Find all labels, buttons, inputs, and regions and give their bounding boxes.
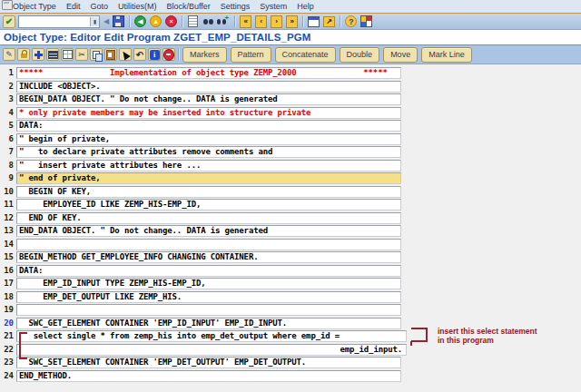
cut-icon[interactable]: ✂ bbox=[75, 48, 88, 61]
editor-button-pattern[interactable]: Pattern bbox=[231, 47, 271, 63]
menu-item[interactable]: Settings bbox=[221, 2, 251, 11]
editor-button-double[interactable]: Double bbox=[340, 47, 380, 63]
code-text[interactable]: END_METHOD. bbox=[16, 370, 401, 382]
code-text[interactable]: " insert private attributes here ... bbox=[16, 160, 401, 172]
layout-icon[interactable] bbox=[359, 15, 373, 28]
exit-icon[interactable]: ▲ bbox=[149, 15, 162, 28]
menu-item[interactable]: Utilities(M) bbox=[118, 2, 157, 11]
code-text[interactable]: ***** Implementation of object type ZEMP… bbox=[16, 67, 401, 79]
code-line: 5DATA: bbox=[0, 120, 581, 133]
info-icon[interactable]: i bbox=[148, 48, 161, 61]
code-text[interactable] bbox=[16, 304, 401, 316]
code-line: 19 bbox=[0, 304, 581, 318]
line-number: 18 bbox=[0, 291, 16, 303]
lock-icon[interactable] bbox=[17, 48, 30, 61]
toolbar-separator bbox=[340, 15, 340, 27]
editor-buttons: MarkersPatternConcatenateDoubleMoveMark … bbox=[181, 47, 474, 63]
menu-bar: Object TypeEditGotoUtilities(M)Block/Buf… bbox=[0, 0, 581, 14]
code-text[interactable]: BEGIN_DATA OBJECT. " Do not change.. DAT… bbox=[16, 93, 401, 105]
first-page-icon[interactable]: « bbox=[239, 15, 252, 28]
line-number: 17 bbox=[0, 278, 16, 289]
toolbar-separator bbox=[129, 15, 130, 27]
code-line: 23 SWC_SET_ELEMENT CONTAINER 'EMP_DET_OU… bbox=[0, 357, 581, 370]
code-text[interactable]: select single * from zemp_his into emp_d… bbox=[16, 330, 407, 342]
enter-icon[interactable]: ✔ bbox=[3, 15, 15, 28]
code-text[interactable]: END OF KEY. bbox=[16, 212, 401, 224]
code-text[interactable]: END_DATA OBJECT. " Do not change.. DATA … bbox=[16, 225, 401, 237]
code-line: 9" end of private, bbox=[0, 172, 581, 186]
code-text[interactable]: SWC_GET_ELEMENT CONTAINER 'EMP_ID_INPUT'… bbox=[16, 318, 401, 329]
paste-icon[interactable] bbox=[104, 48, 117, 61]
line-number: 16 bbox=[0, 265, 16, 277]
new-session-icon[interactable] bbox=[307, 15, 320, 28]
code-line: 13END_DATA OBJECT. " Do not change.. DAT… bbox=[0, 225, 581, 239]
code-text[interactable]: * only private members may be inserted i… bbox=[16, 107, 401, 119]
toolbar-separator bbox=[234, 15, 235, 27]
menu-item[interactable]: Edit bbox=[66, 2, 81, 11]
menu-item[interactable]: Object Type bbox=[13, 2, 56, 11]
code-text[interactable] bbox=[16, 239, 401, 250]
menu-item[interactable]: Goto bbox=[90, 2, 108, 11]
copy-icon[interactable] bbox=[90, 48, 103, 61]
menu-item[interactable]: Help bbox=[297, 2, 314, 11]
line-number: 6 bbox=[0, 133, 16, 145]
line-number: 9 bbox=[0, 172, 16, 184]
command-input[interactable] bbox=[19, 17, 90, 26]
annotation-bracket-icon bbox=[411, 328, 428, 342]
code-text[interactable]: emp_id_input. bbox=[16, 344, 407, 356]
code-text[interactable]: EMPLOYEE_ID LIKE ZEMP_HIS-EMP_ID, bbox=[16, 199, 401, 211]
undo-icon[interactable]: ↶ bbox=[133, 48, 146, 61]
line-number: 20 bbox=[0, 318, 16, 329]
command-field[interactable]: ▮ bbox=[18, 15, 100, 28]
menu-item[interactable]: System bbox=[260, 2, 287, 11]
editor-button-mark-line[interactable]: Mark Line bbox=[421, 47, 472, 63]
previous-page-icon[interactable]: ‹ bbox=[254, 15, 268, 28]
find-icon[interactable] bbox=[202, 15, 215, 28]
next-page-icon[interactable]: › bbox=[270, 15, 283, 28]
standard-toolbar: ✔ ▮ ◀ ◀▲×+«‹›»↗? bbox=[0, 14, 581, 30]
code-line: 12 END OF KEY. bbox=[0, 212, 581, 226]
line-number: 11 bbox=[0, 199, 16, 211]
find-next-icon[interactable]: + bbox=[217, 15, 231, 28]
editor-button-concatenate[interactable]: Concatenate bbox=[275, 47, 336, 63]
title-bar: Object Type: Editor Edit Program ZGET_EM… bbox=[0, 30, 581, 45]
save-icon[interactable] bbox=[112, 15, 125, 28]
cancel-icon[interactable]: × bbox=[164, 15, 178, 28]
print-icon[interactable] bbox=[186, 15, 200, 28]
line-number: 4 bbox=[0, 107, 16, 119]
shortcut-icon[interactable]: ↗ bbox=[322, 15, 336, 28]
menu-bar-items: Object TypeEditGotoUtilities(M)Block/Buf… bbox=[13, 2, 324, 11]
code-text[interactable]: " end of private, bbox=[16, 172, 401, 184]
code-line: 6" begin of private, bbox=[0, 133, 581, 147]
code-text[interactable]: INCLUDE <OBJECT>. bbox=[16, 81, 401, 93]
code-line: 2INCLUDE <OBJECT>. bbox=[0, 81, 581, 94]
code-text[interactable]: " to declare private attributes remove c… bbox=[16, 146, 401, 158]
menu-item[interactable]: Block/Buffer bbox=[166, 2, 210, 11]
code-text[interactable]: BEGIN OF KEY, bbox=[16, 186, 401, 198]
download-icon[interactable] bbox=[61, 48, 74, 61]
line-number: 22 bbox=[0, 344, 16, 356]
code-line: 1***** Implementation of object type ZEM… bbox=[0, 67, 581, 81]
insert-icon[interactable] bbox=[32, 48, 44, 61]
editor-button-move[interactable]: Move bbox=[383, 47, 418, 63]
code-text[interactable]: EMP_ID_INPUT TYPE ZEMP_HIS-EMP_ID, bbox=[16, 278, 401, 289]
display-change-icon[interactable]: ✎ bbox=[3, 48, 15, 61]
code-text[interactable]: EMP_DET_OUTPUT LIKE ZEMP_HIS. bbox=[16, 291, 401, 303]
line-number: 8 bbox=[0, 160, 16, 172]
code-text[interactable]: DATA: bbox=[16, 265, 401, 277]
back-icon[interactable]: ◀ bbox=[133, 15, 147, 28]
code-text[interactable]: BEGIN_METHOD GET_EMPLOYEE_INFO CHANGING … bbox=[16, 251, 401, 263]
editor-work-area: 1***** Implementation of object type ZEM… bbox=[0, 64, 581, 392]
select-block-icon[interactable] bbox=[119, 48, 132, 61]
editor-button-markers[interactable]: Markers bbox=[182, 47, 227, 63]
help-icon[interactable]: ? bbox=[344, 15, 358, 28]
upload-icon[interactable] bbox=[46, 48, 59, 61]
last-page-icon[interactable]: » bbox=[285, 15, 299, 28]
command-history-icon[interactable]: ▮ bbox=[90, 17, 99, 26]
system-menu-icon[interactable] bbox=[2, 0, 13, 10]
code-text[interactable]: DATA: bbox=[16, 120, 401, 132]
field-history-icon[interactable]: ◀ bbox=[103, 17, 109, 25]
code-text[interactable]: " begin of private, bbox=[16, 133, 401, 145]
breakpoint-icon[interactable] bbox=[162, 48, 175, 61]
code-text[interactable]: SWC_SET_ELEMENT CONTAINER 'EMP_DET_OUTPU… bbox=[16, 357, 401, 368]
